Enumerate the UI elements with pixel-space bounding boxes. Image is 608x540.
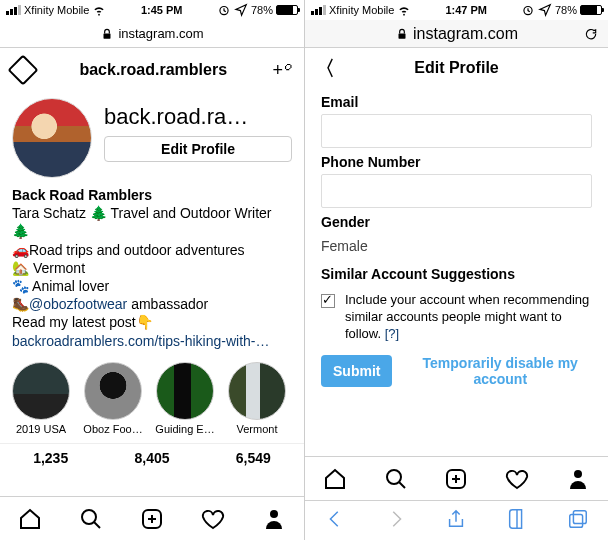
wifi-icon: [397, 3, 411, 17]
bio-line: 🚗Road trips and outdoor adventures: [12, 241, 292, 259]
search-icon[interactable]: [79, 507, 103, 531]
svg-rect-6: [399, 33, 406, 38]
svg-point-4: [270, 510, 278, 518]
edit-profile-form: Email Phone Number Gender Female Similar…: [305, 88, 608, 388]
story-thumb: [228, 362, 286, 420]
edit-profile-header: 〈 Edit Profile: [305, 48, 608, 88]
url-text: instagram.com: [413, 25, 518, 43]
stat-followers[interactable]: 8,405: [101, 444, 202, 470]
search-icon[interactable]: [384, 467, 408, 491]
phone-field[interactable]: [321, 174, 592, 208]
safari-share-icon[interactable]: [445, 508, 467, 534]
svg-rect-1: [104, 33, 111, 38]
battery-percent: 78%: [251, 4, 273, 16]
settings-icon[interactable]: [7, 54, 38, 85]
svg-rect-11: [569, 514, 582, 527]
safari-tabs-icon[interactable]: [567, 508, 589, 534]
svg-rect-10: [573, 510, 586, 523]
bio-line: 🥾@obozfootwear ambassador: [12, 295, 292, 313]
svg-point-9: [574, 470, 582, 478]
svg-point-2: [82, 510, 96, 524]
safari-toolbar: [305, 500, 608, 540]
activity-icon[interactable]: [201, 507, 225, 531]
story-thumb: [84, 362, 142, 420]
lock-icon: [395, 27, 409, 41]
stat-posts[interactable]: 1,235: [0, 444, 101, 470]
carrier-label: Xfinity Mobile: [329, 4, 394, 16]
bio-line: 🏡 Vermont: [12, 259, 292, 277]
url-bar[interactable]: instagram.com: [305, 20, 608, 48]
stats-row: 1,235 8,405 6,549: [0, 443, 304, 470]
help-link[interactable]: [?]: [385, 326, 399, 341]
carrier-label: Xfinity Mobile: [24, 4, 89, 16]
new-post-icon[interactable]: [140, 507, 164, 531]
bio-line: Tara Schatz 🌲 Travel and Outdoor Writer …: [12, 204, 292, 240]
story-thumb: [12, 362, 70, 420]
story-highlights: 2019 USA Oboz Foo… Guiding E… Vermont: [0, 354, 304, 439]
profile-icon[interactable]: [566, 467, 590, 491]
submit-button[interactable]: Submit: [321, 355, 392, 387]
bio-line: 🐾 Animal lover: [12, 277, 292, 295]
stat-following[interactable]: 6,549: [203, 444, 304, 470]
alarm-icon: [217, 3, 231, 17]
mention-link[interactable]: @obozfootwear: [29, 296, 127, 312]
lock-icon: [100, 27, 114, 41]
location-icon: [234, 3, 248, 17]
story-item[interactable]: Oboz Foo…: [82, 362, 144, 435]
profile-icon[interactable]: [262, 507, 286, 531]
signal-icon: [311, 5, 326, 15]
clock: 1:45 PM: [141, 4, 183, 16]
add-user-icon[interactable]: +༠: [272, 60, 292, 81]
new-post-icon[interactable]: [444, 467, 468, 491]
safari-bookmarks-icon[interactable]: [506, 508, 528, 534]
suggestions-text: Include your account when recommending s…: [345, 292, 592, 343]
header-username: back.road.ramblers: [79, 61, 227, 79]
display-name: Back Road Ramblers: [12, 186, 292, 204]
clock: 1:47 PM: [445, 4, 487, 16]
gender-label: Gender: [321, 214, 592, 230]
url-text: instagram.com: [118, 26, 203, 41]
safari-forward-icon: [385, 508, 407, 534]
email-label: Email: [321, 94, 592, 110]
location-icon: [538, 3, 552, 17]
story-thumb: [156, 362, 214, 420]
page-title: Edit Profile: [414, 59, 498, 77]
bio-section: Back Road Ramblers Tara Schatz 🌲 Travel …: [0, 182, 304, 354]
suggestions-checkbox[interactable]: [321, 294, 335, 308]
story-item[interactable]: Guiding E…: [154, 362, 216, 435]
status-bar: Xfinity Mobile 1:47 PM 78%: [305, 0, 608, 20]
instagram-tabbar: [305, 456, 608, 500]
svg-point-7: [387, 470, 401, 484]
battery-percent: 78%: [555, 4, 577, 16]
bio-line: Read my latest post👇: [12, 313, 292, 331]
story-item[interactable]: Vermont: [226, 362, 288, 435]
email-field[interactable]: [321, 114, 592, 148]
edit-profile-button[interactable]: Edit Profile: [104, 136, 292, 162]
bio-link[interactable]: backroadramblers.com/tips-hiking-with-…: [12, 332, 292, 350]
avatar[interactable]: [12, 98, 92, 178]
back-icon[interactable]: 〈: [315, 55, 335, 82]
disable-account-link[interactable]: Temporarily disable my account: [408, 355, 592, 389]
safari-back-icon[interactable]: [324, 508, 346, 534]
instagram-tabbar: [0, 496, 304, 540]
url-bar[interactable]: instagram.com: [0, 20, 304, 48]
activity-icon[interactable]: [505, 467, 529, 491]
home-icon[interactable]: [323, 467, 347, 491]
story-item[interactable]: 2019 USA: [10, 362, 72, 435]
username-display: back.road.ra…: [104, 104, 292, 130]
home-icon[interactable]: [18, 507, 42, 531]
battery-icon: [580, 5, 602, 15]
profile-header: back.road.ramblers +༠: [0, 48, 304, 92]
gender-value[interactable]: Female: [321, 234, 592, 260]
phone-right-edit: Xfinity Mobile 1:47 PM 78% instagram.com…: [304, 0, 608, 540]
alarm-icon: [521, 3, 535, 17]
refresh-icon[interactable]: [584, 27, 598, 41]
phone-label: Phone Number: [321, 154, 592, 170]
wifi-icon: [92, 3, 106, 17]
suggestions-label: Similar Account Suggestions: [321, 266, 592, 282]
signal-icon: [6, 5, 21, 15]
battery-icon: [276, 5, 298, 15]
phone-left-profile: Xfinity Mobile 1:45 PM 78% instagram.com…: [0, 0, 304, 540]
status-bar: Xfinity Mobile 1:45 PM 78%: [0, 0, 304, 20]
